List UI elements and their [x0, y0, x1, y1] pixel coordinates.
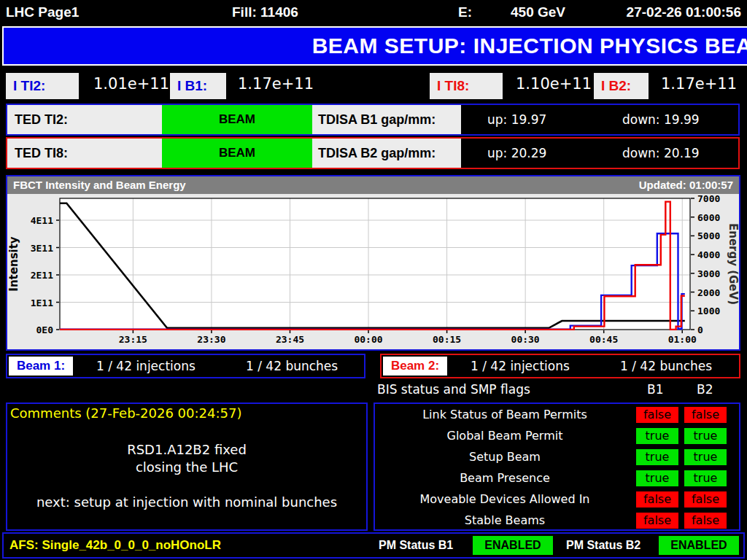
flag-b1-badge: false [636, 407, 678, 423]
energy-label: E: [458, 4, 472, 20]
flag-row: Beam Presence true true [375, 468, 739, 489]
pm-status-b1-badge: ENABLED [473, 536, 553, 555]
bis-flags-box: Link Status of Beam Permits false false … [374, 402, 740, 531]
svg-text:00:30: 00:30 [511, 334, 540, 345]
ted-ti2-row: TED TI2: BEAM TDISA B1 gap/mm: up: 19.97… [6, 104, 740, 136]
bis-col-b1: B1 [647, 382, 663, 397]
flag-label: Global Beam Permit [375, 429, 635, 443]
beam1-status-box: Beam 1: 1 / 42 injections 1 / 42 bunches [6, 354, 365, 378]
label-i-b1: I B1: [170, 73, 226, 99]
energy-value: 450 GeV [511, 4, 565, 20]
svg-text:1E11: 1E11 [31, 298, 53, 308]
comments-box: Comments (27-Feb-2026 00:24:57) RSD1.A12… [6, 402, 368, 531]
fill-number: Fill: 11406 [232, 4, 298, 20]
beam2-injections: 1 / 42 injections [471, 355, 570, 377]
comment-line: closing the LHC [7, 459, 366, 475]
bis-header: BIS status and SMP flags B1 B2 [374, 381, 740, 401]
tdisa-b1-up: up: 19.97 [487, 105, 546, 134]
flag-b1-badge: true [636, 428, 678, 444]
beam2-status-box: Beam 2: 1 / 42 injections 1 / 42 bunches [380, 354, 740, 378]
tdisa-b2-up: up: 20.29 [487, 139, 546, 168]
value-i-ti2: 1.01e+11 [93, 75, 169, 93]
bis-col-b2: B2 [697, 382, 713, 397]
svg-text:00:15: 00:15 [433, 334, 461, 345]
flag-label: Beam Presence [375, 471, 635, 485]
ted-ti2-label: TED TI2: [7, 105, 162, 134]
flag-b1-badge: false [636, 513, 678, 529]
svg-text:23:30: 23:30 [197, 334, 225, 345]
svg-text:0: 0 [697, 324, 703, 335]
top-status-bar: LHC Page1 Fill: 11406 E: 450 GeV 27-02-2… [0, 0, 747, 25]
lhc-page1: LHC Page1 Fill: 11406 E: 450 GeV 27-02-2… [0, 0, 747, 560]
flag-b1-badge: true [636, 470, 678, 486]
flag-row: Link Status of Beam Permits false false [375, 405, 739, 426]
flag-b2-badge: false [684, 513, 727, 529]
flag-row: Global Beam Permit true true [375, 426, 739, 447]
svg-text:3000: 3000 [697, 268, 720, 279]
svg-text:6000: 6000 [697, 212, 720, 223]
value-i-ti8: 1.10e+11 [516, 75, 592, 93]
svg-text:4000: 4000 [697, 249, 720, 260]
svg-text:5000: 5000 [697, 230, 720, 241]
svg-text:23:45: 23:45 [276, 334, 304, 345]
svg-text:Energy (GeV): Energy (GeV) [727, 223, 739, 305]
beam2-label: Beam 2: [383, 357, 447, 376]
flag-b2-badge: true [684, 428, 727, 444]
flag-label: Moveable Devices Allowed In [375, 492, 635, 506]
svg-text:0E0: 0E0 [36, 324, 54, 335]
svg-text:1000: 1000 [697, 306, 720, 316]
label-i-b2: I B2: [594, 73, 649, 99]
pm-status-b1-label: PM Status B1 [379, 539, 453, 552]
ted-ti2-status: BEAM [162, 105, 312, 134]
page-title: BEAM SETUP: INJECTION PHYSICS BEAM [171, 28, 747, 64]
comment-line: RSD1.A12B2 fixed [7, 442, 366, 457]
ted-ti8-status: BEAM [162, 139, 312, 168]
chart-title: FBCT Intensity and Beam Energy [13, 179, 186, 191]
flag-b1-badge: true [636, 449, 678, 465]
beam1-bunches: 1 / 42 bunches [246, 355, 338, 377]
svg-text:01:00: 01:00 [668, 334, 697, 345]
svg-text:00:45: 00:45 [589, 334, 618, 345]
svg-text:2000: 2000 [697, 287, 720, 298]
flag-label: Link Status of Beam Permits [375, 408, 635, 421]
svg-text:2E11: 2E11 [31, 270, 53, 281]
ted-ti8-row: TED TI8: BEAM TDISA B2 gap/mm: up: 20.29… [6, 137, 740, 169]
value-i-b2: 1.17e+11 [661, 75, 737, 93]
beam1-injections: 1 / 42 injections [96, 355, 196, 377]
mode-banner: BEAM SETUP: INJECTION PHYSICS BEAM [2, 26, 747, 66]
fbct-chart-panel: FBCT Intensity and Beam Energy Updated: … [6, 175, 740, 351]
datetime: 27-02-26 01:00:56 [627, 4, 741, 20]
chart-header: FBCT Intensity and Beam Energy Updated: … [7, 176, 739, 194]
svg-text:7000: 7000 [697, 194, 720, 204]
afs-scheme: AFS: Single_42b_0_0_0_noHOnoLR [9, 538, 221, 553]
beam1-label: Beam 1: [9, 357, 73, 376]
flag-b1-badge: false [636, 491, 678, 508]
flag-b2-badge: true [684, 470, 727, 486]
svg-text:23:15: 23:15 [119, 334, 147, 345]
beam2-bunches: 1 / 42 bunches [620, 355, 712, 377]
tdisa-b1-label: TDISA B1 gap/mm: [312, 105, 461, 134]
svg-text:00:00: 00:00 [354, 334, 382, 345]
flag-row: Moveable Devices Allowed In false false [375, 489, 739, 510]
flag-row: Stable Beams false false [375, 510, 739, 532]
app-title: LHC Page1 [6, 4, 79, 20]
label-i-ti8: I TI8: [430, 73, 503, 99]
flag-row: Setup Beam true true [375, 447, 739, 468]
flag-label: Setup Beam [375, 450, 635, 464]
pm-status-b2-label: PM Status B2 [566, 539, 640, 552]
svg-text:4E11: 4E11 [31, 215, 53, 226]
bottom-status-bar: AFS: Single_42b_0_0_0_noHOnoLR PM Status… [2, 532, 745, 559]
fbct-chart: 0E01E112E113E114E11010002000300040005000… [7, 194, 739, 348]
flag-label: Stable Beams [375, 513, 635, 527]
bis-title: BIS status and SMP flags [377, 382, 530, 397]
flag-b2-badge: false [684, 491, 727, 508]
label-i-ti2: I TI2: [6, 73, 79, 99]
ted-ti8-label: TED TI8: [7, 139, 162, 168]
value-i-b1: 1.17e+11 [238, 75, 314, 93]
pm-status-b2-badge: ENABLED [659, 536, 739, 555]
flag-b2-badge: true [684, 449, 727, 465]
svg-text:Intensity: Intensity [7, 236, 20, 292]
chart-updated: Updated: 01:00:57 [639, 179, 733, 191]
flag-b2-badge: false [684, 407, 727, 423]
comment-line: next: setup at injection with nominal bu… [7, 494, 366, 510]
